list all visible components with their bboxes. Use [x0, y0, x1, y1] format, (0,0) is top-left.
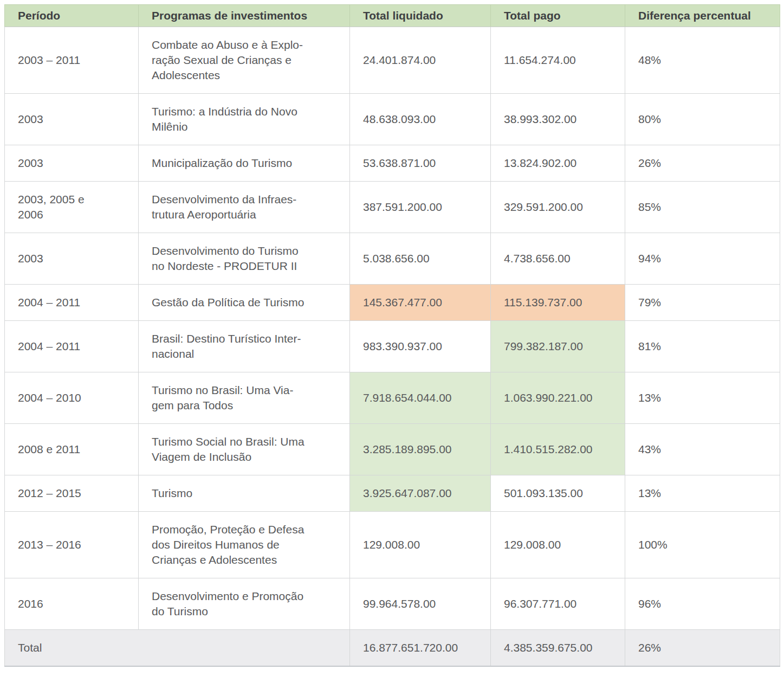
liquidado-cell: 48.638.093.00 — [350, 94, 491, 145]
col-header-programas: Programas de investimentos — [139, 5, 350, 27]
pago-cell: 329.591.200.00 — [491, 182, 625, 233]
page: Período Programas de investimentos Total… — [0, 0, 784, 689]
pago-cell: 13.824.902.00 — [491, 145, 625, 182]
pago-cell: 501.093.135.00 — [491, 475, 625, 512]
diff-cell: 80% — [625, 94, 780, 145]
period-cell: 2003 – 2011 — [5, 27, 139, 94]
program-cell: Promoção, Proteção e Defesa dos Direitos… — [139, 512, 350, 578]
program-cell: Municipalização do Turismo — [139, 145, 350, 182]
liquidado-cell: 983.390.937.00 — [350, 321, 491, 372]
table-row: 2004 – 2011 Brasil: Destino Turístico In… — [5, 321, 780, 372]
pago-cell-highlighted-green: 1.410.515.282.00 — [491, 424, 625, 475]
col-header-total-pago: Total pago — [491, 5, 625, 27]
total-liquidado-cell: 16.877.651.720.00 — [350, 630, 491, 667]
liquidado-cell-highlighted-green: 3.285.189.895.00 — [350, 424, 491, 475]
table-header: Período Programas de investimentos Total… — [5, 5, 780, 27]
program-cell: Turismo Social no Brasil: Uma Viagem de … — [139, 424, 350, 475]
program-cell: Combate ao Abuso e à Explo- ração Sexual… — [139, 27, 350, 94]
table-row: 2003 – 2011 Combate ao Abuso e à Explo- … — [5, 27, 780, 94]
diff-cell: 79% — [625, 285, 780, 321]
liquidado-cell: 24.401.874.00 — [350, 27, 491, 94]
diff-cell: 13% — [625, 372, 780, 424]
table-row: 2003, 2005 e 2006 Desenvolvimento da Inf… — [5, 182, 780, 233]
period-cell: 2003, 2005 e 2006 — [5, 182, 139, 233]
program-cell: Turismo — [139, 475, 350, 512]
diff-cell: 48% — [625, 27, 780, 94]
period-cell: 2003 — [5, 145, 139, 182]
pago-cell-highlighted-orange: 115.139.737.00 — [491, 285, 625, 321]
period-cell: 2004 – 2010 — [5, 372, 139, 424]
program-cell: Desenvolvimento da Infraes- trutura Aero… — [139, 182, 350, 233]
pago-cell: 129.008.00 — [491, 512, 625, 578]
program-cell: Turismo: a Indústria do Novo Milênio — [139, 94, 350, 145]
investments-table: Período Programas de investimentos Total… — [4, 4, 780, 667]
total-diff-cell: 26% — [625, 630, 780, 667]
liquidado-cell-highlighted-orange: 145.367.477.00 — [350, 285, 491, 321]
period-cell: 2004 – 2011 — [5, 321, 139, 372]
period-cell: 2003 — [5, 94, 139, 145]
diff-cell: 100% — [625, 512, 780, 578]
table-row: 2004 – 2010 Turismo no Brasil: Uma Via- … — [5, 372, 780, 424]
liquidado-cell-highlighted-green: 7.918.654.044.00 — [350, 372, 491, 424]
diff-cell: 26% — [625, 145, 780, 182]
table-row: 2013 – 2016 Promoção, Proteção e Defesa … — [5, 512, 780, 578]
liquidado-cell: 53.638.871.00 — [350, 145, 491, 182]
diff-cell: 85% — [625, 182, 780, 233]
table-row: 2004 – 2011 Gestão da Política de Turism… — [5, 285, 780, 321]
program-cell: Desenvolvimento e Promoção do Turismo — [139, 578, 350, 630]
total-row: Total 16.877.651.720.00 4.385.359.675.00… — [5, 630, 780, 667]
total-label: Total — [5, 630, 350, 667]
header-row: Período Programas de investimentos Total… — [5, 5, 780, 27]
pago-cell-highlighted-green: 1.063.990.221.00 — [491, 372, 625, 424]
liquidado-cell: 5.038.656.00 — [350, 233, 491, 285]
liquidado-cell-highlighted-green: 3.925.647.087.00 — [350, 475, 491, 512]
diff-cell: 94% — [625, 233, 780, 285]
program-cell: Gestão da Política de Turismo — [139, 285, 350, 321]
pago-cell-highlighted-green: 799.382.187.00 — [491, 321, 625, 372]
diff-cell: 13% — [625, 475, 780, 512]
diff-cell: 96% — [625, 578, 780, 630]
pago-cell: 38.993.302.00 — [491, 94, 625, 145]
liquidado-cell: 99.964.578.00 — [350, 578, 491, 630]
period-cell: 2004 – 2011 — [5, 285, 139, 321]
period-cell: 2003 — [5, 233, 139, 285]
liquidado-cell: 129.008.00 — [350, 512, 491, 578]
period-cell: 2008 e 2011 — [5, 424, 139, 475]
total-pago-cell: 4.385.359.675.00 — [491, 630, 625, 667]
program-cell: Brasil: Destino Turístico Inter- naciona… — [139, 321, 350, 372]
program-cell: Turismo no Brasil: Uma Via- gem para Tod… — [139, 372, 350, 424]
col-header-periodo: Período — [5, 5, 139, 27]
pago-cell: 96.307.771.00 — [491, 578, 625, 630]
col-header-total-liquidado: Total liquidado — [350, 5, 491, 27]
period-cell: 2012 – 2015 — [5, 475, 139, 512]
table-row: 2003 Turismo: a Indústria do Novo Milêni… — [5, 94, 780, 145]
diff-cell: 81% — [625, 321, 780, 372]
period-cell: 2016 — [5, 578, 139, 630]
pago-cell: 11.654.274.00 — [491, 27, 625, 94]
col-header-diferenca-percentual: Diferença percentual — [625, 5, 780, 27]
diff-cell: 43% — [625, 424, 780, 475]
table-row: 2012 – 2015 Turismo 3.925.647.087.00 501… — [5, 475, 780, 512]
program-cell: Desenvolvimento do Turismo no Nordeste -… — [139, 233, 350, 285]
table-row: 2003 Municipalização do Turismo 53.638.8… — [5, 145, 780, 182]
liquidado-cell: 387.591.200.00 — [350, 182, 491, 233]
table-row: 2016 Desenvolvimento e Promoção do Turis… — [5, 578, 780, 630]
table-row: 2003 Desenvolvimento do Turismo no Norde… — [5, 233, 780, 285]
pago-cell: 4.738.656.00 — [491, 233, 625, 285]
table-row: 2008 e 2011 Turismo Social no Brasil: Um… — [5, 424, 780, 475]
period-cell: 2013 – 2016 — [5, 512, 139, 578]
